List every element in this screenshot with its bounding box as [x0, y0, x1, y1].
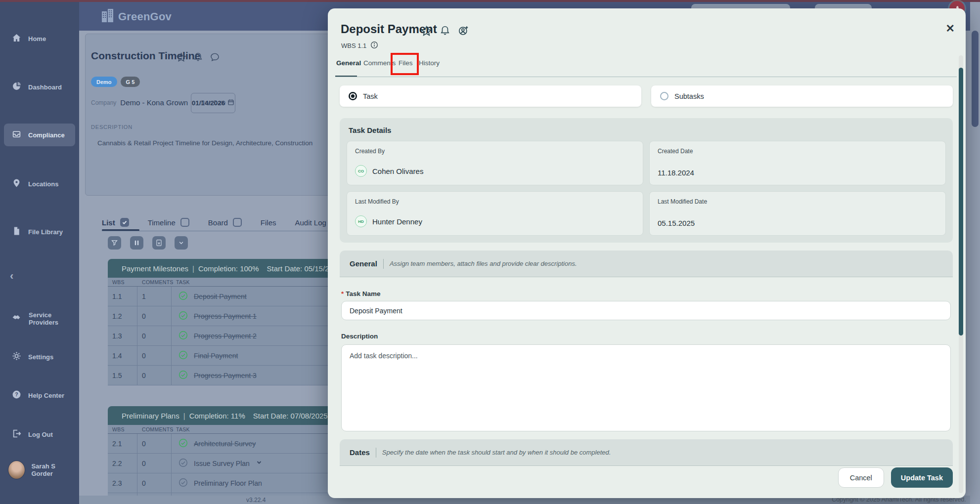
- section-completion: Completion: 100%: [198, 264, 259, 273]
- wbs-cell: 1.4: [108, 346, 137, 365]
- badge-row: Demo G 5: [91, 77, 140, 87]
- task-name: Progress Payment 2: [194, 332, 257, 340]
- task-name-label: *Task Name: [341, 290, 381, 297]
- calendar-icon: [227, 99, 234, 107]
- check-circle-done-icon[interactable]: [178, 311, 188, 322]
- page-scrollbar-thumb[interactable]: [972, 31, 979, 127]
- check-circle-done-icon[interactable]: [178, 291, 188, 302]
- sidebar-item-home[interactable]: Home: [4, 27, 75, 50]
- task-name: Architectural Survey: [194, 440, 256, 448]
- buildings-icon: [101, 8, 114, 25]
- close-icon[interactable]: ✕: [946, 23, 955, 34]
- wbs-cell: 1.2: [108, 306, 137, 326]
- modal-tab-history[interactable]: History: [419, 59, 440, 67]
- check-circle-icon[interactable]: [178, 478, 188, 489]
- info-icon[interactable]: [370, 41, 378, 50]
- user-avatar: [8, 461, 25, 479]
- description-textarea[interactable]: [341, 344, 951, 431]
- sidebar-item-label: File Library: [28, 228, 63, 236]
- wbs-cell: 1.5: [108, 366, 137, 385]
- unchecked-checkbox-icon[interactable]: [180, 218, 189, 227]
- task-modal: ✕ Deposit Payment WBS 1.1 General Commen…: [328, 8, 966, 498]
- comments-cell: 0: [137, 326, 172, 345]
- update-task-button[interactable]: Update Task: [891, 467, 953, 488]
- chevron-down-icon[interactable]: [256, 459, 263, 467]
- view-tab-label: Files: [261, 218, 276, 227]
- export-file-icon[interactable]: [152, 236, 166, 250]
- column-header: COMMENTS: [137, 278, 172, 286]
- task-details-block: Task Details Created By COCohen Olivares…: [340, 118, 953, 243]
- check-circle-done-icon[interactable]: [178, 350, 188, 361]
- sidebar-item-dashboard[interactable]: Dashboard: [4, 76, 75, 98]
- sidebar-collapse-button[interactable]: ‹: [10, 270, 13, 283]
- view-tab-timeline[interactable]: Timeline: [148, 218, 189, 227]
- settings-icon: [12, 351, 21, 363]
- chevron-down-icon[interactable]: [175, 236, 188, 250]
- created-by-card: Created By COCohen Olivares: [347, 141, 643, 185]
- user-profile[interactable]: Sarah S Gorder: [4, 461, 75, 479]
- comments-cell: 0: [137, 366, 172, 385]
- modal-scrollbar-thumb[interactable]: [959, 68, 963, 336]
- sidebar-item-file-library[interactable]: File Library: [4, 220, 75, 243]
- sidebar-item-locations[interactable]: Locations: [4, 172, 75, 195]
- sidebar-item-settings[interactable]: Settings: [4, 345, 75, 368]
- bell-icon[interactable]: [440, 25, 450, 39]
- app-logo[interactable]: GreenGov: [101, 8, 172, 25]
- pause-icon[interactable]: [130, 236, 143, 250]
- app-logo-text: GreenGov: [118, 10, 172, 23]
- view-tab-bar: ListTimelineBoardFilesAudit Log: [102, 216, 326, 229]
- user-name: Sarah S Gorder: [31, 462, 75, 477]
- task-type-option-task[interactable]: Task: [340, 85, 641, 107]
- person-add-icon[interactable]: [458, 25, 469, 39]
- column-header: WBS: [108, 425, 137, 433]
- view-tab-list[interactable]: List: [102, 218, 129, 227]
- comments-cell: 0: [137, 454, 172, 473]
- sidebar-item-label: Home: [28, 35, 46, 42]
- sidebar-item-label: Log Out: [28, 431, 53, 438]
- view-tab-board[interactable]: Board: [208, 218, 242, 227]
- sidebar-item-service-providers[interactable]: Service Providers: [4, 307, 75, 330]
- sidebar-item-compliance[interactable]: Compliance: [4, 124, 75, 146]
- view-tab-audit-log[interactable]: Audit Log: [295, 218, 326, 227]
- home-icon: [12, 33, 21, 44]
- check-circle-done-icon[interactable]: [178, 438, 188, 449]
- compliance-icon: [12, 129, 21, 141]
- task-type-option-subtasks[interactable]: Subtasks: [651, 85, 953, 107]
- task-name: Deposit Payment: [194, 293, 247, 300]
- star-icon[interactable]: [421, 25, 432, 39]
- filter-icon[interactable]: [108, 236, 121, 250]
- dashboard-icon: [12, 82, 21, 93]
- star-icon[interactable]: [176, 52, 186, 64]
- sidebar: HomeDashboardComplianceLocationsFile Lib…: [0, 2, 79, 504]
- column-header: WBS: [108, 278, 137, 286]
- chat-icon[interactable]: [210, 52, 220, 64]
- sidebar-item-log-out[interactable]: Log Out: [4, 423, 75, 446]
- app-version: v3.22.4: [246, 497, 266, 504]
- checked-checkbox-icon[interactable]: [120, 218, 129, 227]
- bell-icon[interactable]: [193, 52, 203, 64]
- description-label: Description: [341, 333, 378, 340]
- demo-badge: Demo: [91, 77, 117, 87]
- general-section-header: General Assign team members, attach file…: [340, 251, 953, 277]
- due-date-input[interactable]: 01/14/2026: [191, 93, 235, 113]
- task-type-selector: Task Subtasks: [340, 85, 953, 107]
- comments-cell: 0: [137, 306, 172, 326]
- unchecked-checkbox-icon[interactable]: [233, 218, 242, 227]
- modal-tab-divider: [335, 77, 957, 77]
- page-scrollbar[interactable]: [970, 2, 980, 504]
- modal-tab-general[interactable]: General: [336, 59, 361, 67]
- description-label: DESCRIPTION: [91, 124, 133, 130]
- sidebar-item-help-center[interactable]: ?Help Center: [4, 384, 75, 407]
- task-name-input[interactable]: [341, 301, 951, 320]
- dates-section-header: Dates Specify the date when the task sho…: [340, 439, 953, 466]
- check-circle-icon[interactable]: [178, 458, 188, 469]
- view-tab-files[interactable]: Files: [261, 218, 276, 227]
- section-title: Preliminary Plans: [122, 412, 179, 420]
- task-name: Progress Payment 1: [194, 312, 257, 320]
- check-circle-done-icon[interactable]: [178, 370, 188, 381]
- check-circle-done-icon[interactable]: [178, 331, 188, 341]
- svg-text:?: ?: [15, 391, 18, 397]
- help-icon: ?: [12, 390, 21, 401]
- radio-selected-icon: [349, 92, 357, 100]
- cancel-button[interactable]: Cancel: [838, 467, 884, 488]
